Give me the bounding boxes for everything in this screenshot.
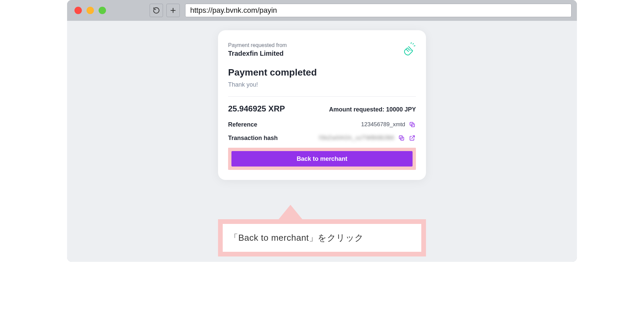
instruction-callout: 「Back to merchant」をクリック xyxy=(218,205,426,256)
copy-reference-button[interactable] xyxy=(409,121,416,128)
merchant-name: Tradexfin Limited xyxy=(228,50,287,57)
reference-label: Reference xyxy=(228,121,257,128)
page-viewport: Payment requested from Tradexfin Limited xyxy=(67,21,577,262)
back-button-highlight: Back to merchant xyxy=(228,148,416,170)
zoom-window-icon[interactable] xyxy=(99,7,106,14)
url-text: https://pay.bvnk.com/payin xyxy=(190,6,277,15)
requested-from-label: Payment requested from xyxy=(228,42,287,48)
browser-window: https://pay.bvnk.com/payin Payment reque… xyxy=(67,0,577,262)
merchant-block: Payment requested from Tradexfin Limited xyxy=(228,42,287,57)
copy-hash-button[interactable] xyxy=(398,134,405,142)
reload-button[interactable] xyxy=(150,4,163,17)
thank-you-text: Thank you! xyxy=(228,81,416,88)
copy-icon xyxy=(398,135,405,141)
plus-icon xyxy=(169,7,177,14)
transaction-hash-value: f3bZw0AGh_xzTWB6B2B6 xyxy=(319,135,394,141)
external-link-icon xyxy=(409,135,416,141)
divider xyxy=(228,96,416,97)
transaction-hash-label: Transaction hash xyxy=(228,135,278,142)
transaction-hash-row: Transaction hash f3bZw0AGh_xzTWB6B2B6 xyxy=(228,134,416,142)
back-to-merchant-button[interactable]: Back to merchant xyxy=(231,151,413,167)
close-window-icon[interactable] xyxy=(74,7,82,14)
reload-icon xyxy=(153,7,160,14)
open-explorer-button[interactable] xyxy=(409,134,416,142)
amount-crypto: 25.946925 XRP xyxy=(228,104,285,113)
svg-line-3 xyxy=(414,46,415,46)
reference-row: Reference 123456789_xmtd xyxy=(228,121,416,128)
amount-row: 25.946925 XRP Amount requested: 10000 JP… xyxy=(228,104,416,113)
window-controls xyxy=(74,7,106,14)
reference-value: 123456789_xmtd xyxy=(361,121,405,128)
address-bar[interactable]: https://pay.bvnk.com/payin xyxy=(185,4,572,17)
amount-requested: Amount requested: 10000 JPY xyxy=(329,106,416,113)
browser-chrome: https://pay.bvnk.com/payin xyxy=(67,0,577,21)
clap-icon xyxy=(401,42,416,58)
instruction-text: 「Back to merchant」をクリック xyxy=(223,224,421,252)
svg-line-2 xyxy=(413,44,414,44)
new-tab-button[interactable] xyxy=(166,4,180,17)
copy-icon xyxy=(409,121,416,128)
payment-card: Payment requested from Tradexfin Limited xyxy=(218,30,426,180)
minimize-window-icon[interactable] xyxy=(87,7,94,14)
callout-arrow xyxy=(278,205,303,220)
payment-status-heading: Payment completed xyxy=(228,67,416,78)
svg-line-4 xyxy=(411,43,411,44)
